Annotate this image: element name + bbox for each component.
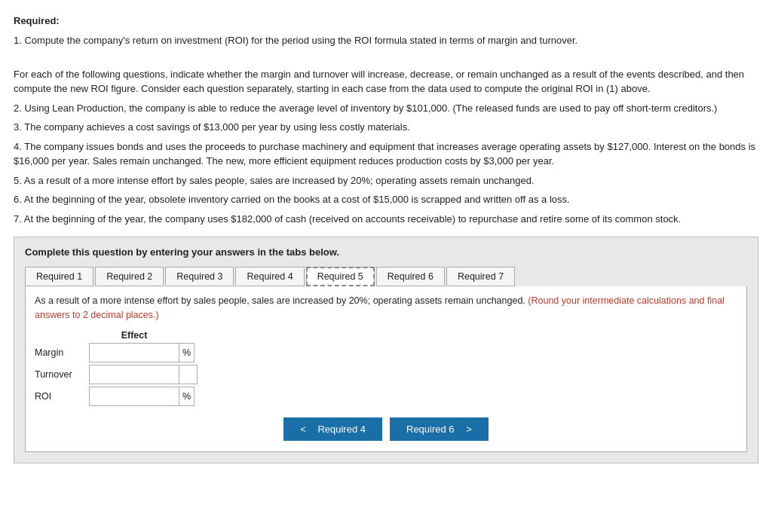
question-box: Complete this question by entering your …	[14, 237, 758, 463]
effect-header: Effect	[89, 330, 179, 341]
question-box-title: Complete this question by entering your …	[25, 246, 747, 258]
next-button[interactable]: Required 6 >	[390, 417, 489, 441]
effect-header-row: Effect	[35, 330, 737, 341]
intro-line-5: 5. As a result of a more intense effort …	[14, 173, 758, 188]
prev-arrow-icon: <	[300, 423, 306, 435]
tab-required-2[interactable]: Required 2	[95, 267, 164, 286]
margin-label: Margin	[35, 347, 89, 358]
intro-line-4: 4. The company issues bonds and uses the…	[14, 139, 758, 169]
tab-required-1[interactable]: Required 1	[25, 267, 93, 286]
tab-content-area: As a result of a more intense effort by …	[25, 286, 747, 452]
margin-pct: %	[179, 343, 195, 362]
description-plain: As a result of a more intense effort by …	[35, 295, 528, 306]
tab-required-4[interactable]: Required 4	[235, 267, 304, 286]
turnover-no-pct	[179, 365, 198, 384]
required-label: Required:	[14, 15, 60, 26]
margin-row: Margin %	[35, 342, 737, 363]
intro-section: Required: 1. Compute the company's retur…	[14, 14, 758, 226]
tab-description: As a result of a more intense effort by …	[35, 294, 737, 323]
intro-line-3: 3. The company achieves a cost savings o…	[14, 120, 758, 135]
tab-required-3[interactable]: Required 3	[165, 267, 234, 286]
margin-input[interactable]	[89, 343, 179, 362]
prev-button-label: Required 4	[317, 423, 366, 435]
tabs-row: Required 1 Required 2 Required 3 Require…	[25, 267, 747, 286]
next-arrow-icon: >	[466, 423, 472, 435]
turnover-input[interactable]	[89, 365, 179, 384]
next-button-label: Required 6	[406, 423, 455, 435]
turnover-label: Turnover	[35, 369, 89, 380]
intro-line-7: 7. At the beginning of the year, the com…	[14, 212, 758, 227]
effect-table-container: Effect Margin % Turnover ROI %	[35, 330, 737, 407]
tab-required-7[interactable]: Required 7	[446, 267, 515, 286]
roi-label: ROI	[35, 391, 89, 402]
tab-required-5[interactable]: Required 5	[306, 267, 375, 286]
turnover-row: Turnover	[35, 364, 737, 385]
bottom-nav: < Required 4 Required 6 >	[35, 417, 737, 441]
intro-line-6: 6. At the beginning of the year, obsolet…	[14, 192, 758, 207]
prev-button[interactable]: < Required 4	[283, 417, 382, 441]
intro-para-2: For each of the following questions, ind…	[14, 67, 758, 96]
roi-row: ROI %	[35, 386, 737, 407]
roi-pct: %	[179, 387, 195, 406]
tab-required-6[interactable]: Required 6	[376, 267, 445, 286]
intro-line-2: 2. Using Lean Production, the company is…	[14, 101, 758, 116]
roi-input[interactable]	[89, 387, 179, 406]
intro-line-1: 1. Compute the company's return on inves…	[14, 33, 758, 48]
